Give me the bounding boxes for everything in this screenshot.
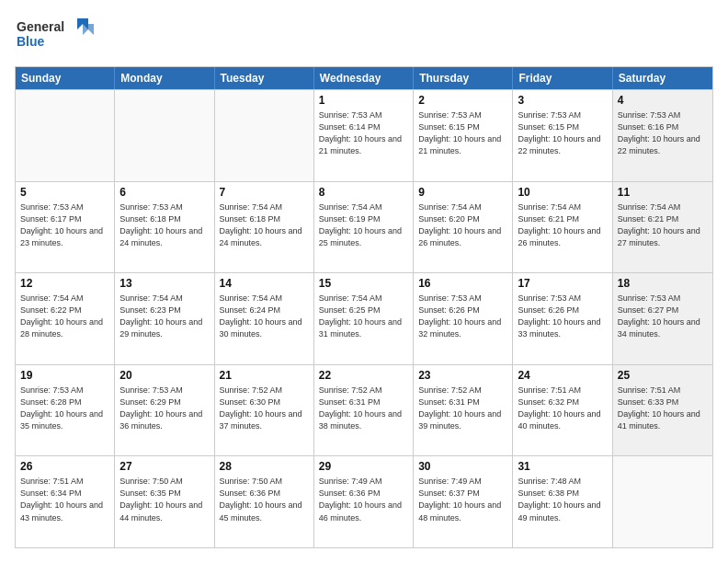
cal-cell-29: 29Sunrise: 7:49 AM Sunset: 6:36 PM Dayli… — [314, 456, 414, 547]
day-info: Sunrise: 7:54 AM Sunset: 6:21 PM Dayligh… — [518, 201, 607, 249]
calendar-week-1: 1Sunrise: 7:53 AM Sunset: 6:14 PM Daylig… — [16, 89, 712, 181]
cal-cell-19: 19Sunrise: 7:53 AM Sunset: 6:28 PM Dayli… — [16, 365, 115, 456]
day-number: 12 — [20, 277, 109, 290]
weekday-header-tuesday: Tuesday — [215, 67, 314, 89]
calendar-week-4: 19Sunrise: 7:53 AM Sunset: 6:28 PM Dayli… — [16, 364, 712, 456]
day-number: 17 — [518, 277, 607, 290]
cal-cell-6: 6Sunrise: 7:53 AM Sunset: 6:18 PM Daylig… — [115, 182, 214, 273]
day-info: Sunrise: 7:53 AM Sunset: 6:26 PM Dayligh… — [418, 293, 507, 340]
day-info: Sunrise: 7:53 AM Sunset: 6:28 PM Dayligh… — [20, 385, 109, 432]
cal-cell-27: 27Sunrise: 7:50 AM Sunset: 6:35 PM Dayli… — [115, 456, 214, 547]
day-number: 5 — [20, 186, 109, 199]
day-info: Sunrise: 7:54 AM Sunset: 6:18 PM Dayligh… — [220, 201, 309, 249]
cal-cell-31: 31Sunrise: 7:48 AM Sunset: 6:38 PM Dayli… — [513, 456, 612, 547]
day-number: 14 — [220, 277, 309, 290]
day-number: 16 — [418, 277, 507, 290]
svg-text:Blue: Blue — [17, 34, 45, 49]
day-info: Sunrise: 7:54 AM Sunset: 6:22 PM Dayligh… — [20, 293, 109, 340]
calendar-week-2: 5Sunrise: 7:53 AM Sunset: 6:17 PM Daylig… — [16, 181, 712, 273]
day-number: 8 — [319, 186, 408, 199]
svg-marker-3 — [83, 24, 94, 35]
day-number: 21 — [220, 369, 309, 382]
weekday-header-wednesday: Wednesday — [314, 67, 414, 89]
cal-cell-17: 17Sunrise: 7:53 AM Sunset: 6:26 PM Dayli… — [513, 273, 612, 364]
calendar-header: SundayMondayTuesdayWednesdayThursdayFrid… — [16, 67, 712, 89]
day-info: Sunrise: 7:54 AM Sunset: 6:20 PM Dayligh… — [418, 201, 507, 249]
cal-cell-21: 21Sunrise: 7:52 AM Sunset: 6:30 PM Dayli… — [215, 365, 314, 456]
day-number: 18 — [618, 277, 708, 290]
day-number: 6 — [119, 186, 209, 199]
day-info: Sunrise: 7:51 AM Sunset: 6:32 PM Dayligh… — [518, 385, 607, 432]
day-number: 19 — [20, 369, 109, 382]
day-info: Sunrise: 7:54 AM Sunset: 6:23 PM Dayligh… — [119, 293, 209, 340]
day-number: 28 — [220, 460, 309, 473]
day-number: 15 — [319, 277, 408, 290]
cal-cell-25: 25Sunrise: 7:51 AM Sunset: 6:33 PM Dayli… — [613, 365, 712, 456]
cal-cell-4: 4Sunrise: 7:53 AM Sunset: 6:16 PM Daylig… — [613, 90, 712, 181]
cal-cell-20: 20Sunrise: 7:53 AM Sunset: 6:29 PM Dayli… — [115, 365, 214, 456]
day-info: Sunrise: 7:50 AM Sunset: 6:36 PM Dayligh… — [220, 476, 309, 523]
cal-cell-15: 15Sunrise: 7:54 AM Sunset: 6:25 PM Dayli… — [314, 273, 414, 364]
weekday-header-thursday: Thursday — [414, 67, 513, 89]
day-number: 23 — [418, 369, 507, 382]
day-number: 13 — [119, 277, 209, 290]
day-info: Sunrise: 7:53 AM Sunset: 6:26 PM Dayligh… — [518, 293, 607, 340]
day-number: 10 — [518, 186, 607, 199]
cal-cell-9: 9Sunrise: 7:54 AM Sunset: 6:20 PM Daylig… — [414, 182, 513, 273]
day-number: 25 — [618, 369, 708, 382]
day-info: Sunrise: 7:54 AM Sunset: 6:24 PM Dayligh… — [220, 293, 309, 340]
day-info: Sunrise: 7:53 AM Sunset: 6:15 PM Dayligh… — [418, 109, 507, 157]
day-info: Sunrise: 7:49 AM Sunset: 6:36 PM Dayligh… — [319, 476, 408, 523]
day-number: 20 — [119, 369, 209, 382]
day-info: Sunrise: 7:54 AM Sunset: 6:19 PM Dayligh… — [319, 201, 408, 249]
svg-text:General: General — [17, 19, 64, 34]
cal-cell-30: 30Sunrise: 7:49 AM Sunset: 6:37 PM Dayli… — [414, 456, 513, 547]
cal-cell-7: 7Sunrise: 7:54 AM Sunset: 6:18 PM Daylig… — [215, 182, 314, 273]
calendar-week-5: 26Sunrise: 7:51 AM Sunset: 6:34 PM Dayli… — [16, 455, 712, 547]
day-info: Sunrise: 7:52 AM Sunset: 6:31 PM Dayligh… — [319, 385, 408, 432]
cal-cell-13: 13Sunrise: 7:54 AM Sunset: 6:23 PM Dayli… — [115, 273, 214, 364]
day-number: 29 — [319, 460, 408, 473]
day-info: Sunrise: 7:52 AM Sunset: 6:30 PM Dayligh… — [220, 385, 309, 432]
day-info: Sunrise: 7:54 AM Sunset: 6:21 PM Dayligh… — [618, 201, 708, 249]
day-info: Sunrise: 7:53 AM Sunset: 6:14 PM Dayligh… — [319, 109, 408, 157]
cal-cell-26: 26Sunrise: 7:51 AM Sunset: 6:34 PM Dayli… — [16, 456, 115, 547]
cal-cell-2: 2Sunrise: 7:53 AM Sunset: 6:15 PM Daylig… — [414, 90, 513, 181]
day-info: Sunrise: 7:54 AM Sunset: 6:25 PM Dayligh… — [319, 293, 408, 340]
cal-cell-empty-1 — [115, 90, 214, 181]
day-number: 30 — [418, 460, 507, 473]
cal-cell-28: 28Sunrise: 7:50 AM Sunset: 6:36 PM Dayli… — [215, 456, 314, 547]
day-info: Sunrise: 7:48 AM Sunset: 6:38 PM Dayligh… — [518, 476, 607, 523]
cal-cell-24: 24Sunrise: 7:51 AM Sunset: 6:32 PM Dayli… — [513, 365, 612, 456]
cal-cell-empty-6 — [613, 456, 712, 547]
day-info: Sunrise: 7:53 AM Sunset: 6:27 PM Dayligh… — [618, 293, 708, 340]
day-info: Sunrise: 7:52 AM Sunset: 6:31 PM Dayligh… — [418, 385, 507, 432]
cal-cell-1: 1Sunrise: 7:53 AM Sunset: 6:14 PM Daylig… — [314, 90, 414, 181]
day-number: 27 — [119, 460, 209, 473]
calendar-week-3: 12Sunrise: 7:54 AM Sunset: 6:22 PM Dayli… — [16, 272, 712, 364]
weekday-header-sunday: Sunday — [16, 67, 115, 89]
cal-cell-5: 5Sunrise: 7:53 AM Sunset: 6:17 PM Daylig… — [16, 182, 115, 273]
day-info: Sunrise: 7:53 AM Sunset: 6:17 PM Dayligh… — [20, 201, 109, 249]
day-number: 3 — [518, 94, 607, 107]
day-number: 31 — [518, 460, 607, 473]
logo: General Blue — [15, 15, 97, 57]
day-number: 11 — [618, 186, 708, 199]
day-info: Sunrise: 7:53 AM Sunset: 6:15 PM Dayligh… — [518, 109, 607, 157]
cal-cell-10: 10Sunrise: 7:54 AM Sunset: 6:21 PM Dayli… — [513, 182, 612, 273]
weekday-header-monday: Monday — [115, 67, 214, 89]
day-info: Sunrise: 7:53 AM Sunset: 6:16 PM Dayligh… — [618, 109, 708, 157]
cal-cell-empty-0 — [16, 90, 115, 181]
cal-cell-8: 8Sunrise: 7:54 AM Sunset: 6:19 PM Daylig… — [314, 182, 414, 273]
cal-cell-12: 12Sunrise: 7:54 AM Sunset: 6:22 PM Dayli… — [16, 273, 115, 364]
day-number: 7 — [220, 186, 309, 199]
day-number: 1 — [319, 94, 408, 107]
day-info: Sunrise: 7:50 AM Sunset: 6:35 PM Dayligh… — [119, 476, 209, 523]
day-number: 24 — [518, 369, 607, 382]
day-info: Sunrise: 7:51 AM Sunset: 6:33 PM Dayligh… — [618, 385, 708, 432]
day-info: Sunrise: 7:49 AM Sunset: 6:37 PM Dayligh… — [418, 476, 507, 523]
cal-cell-11: 11Sunrise: 7:54 AM Sunset: 6:21 PM Dayli… — [613, 182, 712, 273]
day-info: Sunrise: 7:51 AM Sunset: 6:34 PM Dayligh… — [20, 476, 109, 523]
day-info: Sunrise: 7:53 AM Sunset: 6:29 PM Dayligh… — [119, 385, 209, 432]
cal-cell-empty-2 — [215, 90, 314, 181]
